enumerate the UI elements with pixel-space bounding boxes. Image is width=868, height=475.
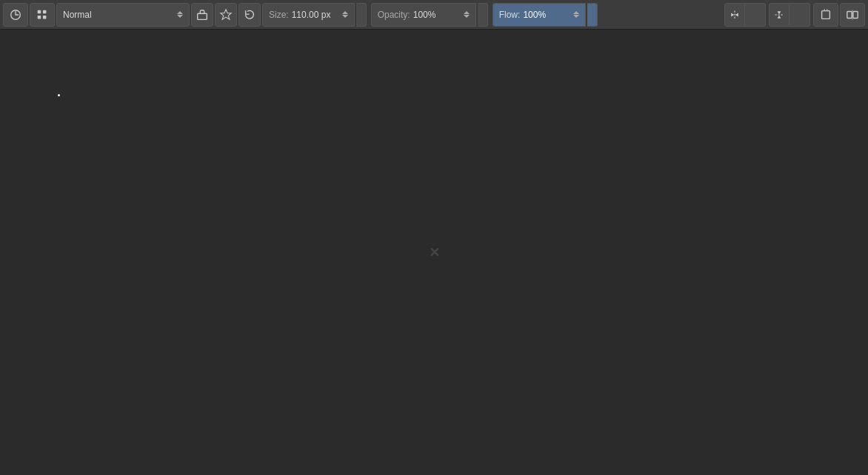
- symmetry-v-button-group: [769, 3, 810, 27]
- opacity-up-arrow[interactable]: [464, 11, 470, 14]
- flow-spinners[interactable]: [573, 11, 579, 18]
- blend-mode-dropdown[interactable]: Normal: [56, 3, 190, 27]
- svg-marker-6: [221, 9, 231, 19]
- opacity-field-group: Opacity: 100%: [371, 3, 476, 27]
- flow-up-arrow[interactable]: [573, 11, 579, 14]
- svg-rect-2: [43, 10, 47, 13]
- filter-button[interactable]: [215, 3, 237, 27]
- canvas-mirror-button[interactable]: [840, 3, 865, 27]
- symmetry-h-button-group: [724, 3, 766, 27]
- size-spinners[interactable]: [342, 11, 348, 18]
- symmetry-h-dropdown[interactable]: [745, 3, 766, 27]
- brush-presets-grid-button[interactable]: [30, 3, 55, 27]
- size-field-group: Size: 110.00 px: [262, 3, 355, 27]
- center-marker: ✕: [429, 245, 440, 261]
- size-label: Size:: [269, 10, 289, 20]
- svg-rect-10: [847, 11, 852, 18]
- flow-value[interactable]: 100%: [523, 10, 567, 20]
- blend-mode-up[interactable]: [177, 11, 183, 14]
- brush-preset-button[interactable]: [3, 3, 28, 27]
- svg-rect-11: [853, 11, 858, 18]
- opacity-spinners[interactable]: [464, 11, 470, 18]
- blend-mode-value: Normal: [63, 10, 92, 20]
- size-value[interactable]: 110.00 px: [292, 10, 336, 20]
- flow-dropdown-button[interactable]: [587, 3, 598, 27]
- flow-label: Flow:: [499, 10, 521, 20]
- size-dropdown-button[interactable]: [356, 3, 367, 27]
- erase-button[interactable]: [191, 3, 213, 27]
- opacity-label: Opacity:: [378, 10, 410, 20]
- svg-rect-5: [198, 13, 207, 19]
- opacity-down-arrow[interactable]: [464, 15, 470, 18]
- opacity-value[interactable]: 100%: [413, 10, 458, 20]
- flow-field-group: Flow: 100%: [493, 3, 587, 27]
- symmetry-v-dropdown[interactable]: [789, 3, 810, 27]
- reset-button[interactable]: [238, 3, 261, 27]
- canvas-rotate-button[interactable]: [813, 3, 838, 27]
- size-down-arrow[interactable]: [342, 15, 348, 18]
- blend-mode-spinners[interactable]: [177, 11, 183, 18]
- toolbar: Normal Size: 110.00 px: [0, 0, 868, 30]
- svg-rect-4: [43, 15, 47, 19]
- flow-down-arrow[interactable]: [573, 15, 579, 18]
- canvas-area[interactable]: ✕: [0, 30, 868, 475]
- svg-rect-9: [822, 10, 830, 19]
- symmetry-v-button[interactable]: [769, 3, 789, 27]
- svg-rect-1: [38, 10, 41, 13]
- blend-mode-down[interactable]: [177, 15, 183, 18]
- size-up-arrow[interactable]: [342, 11, 348, 14]
- cursor-dot: [58, 94, 60, 96]
- svg-rect-3: [38, 15, 41, 19]
- symmetry-h-button[interactable]: [724, 3, 745, 27]
- opacity-dropdown-button[interactable]: [478, 3, 488, 27]
